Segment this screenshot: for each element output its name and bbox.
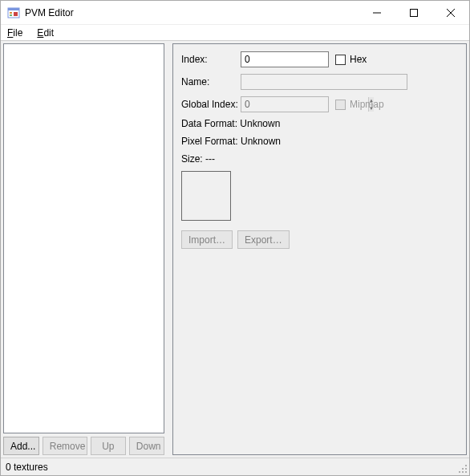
hex-checkbox[interactable] — [335, 55, 346, 65]
label-index: Index: — [181, 54, 241, 65]
row-size: Size: --- — [181, 153, 460, 166]
mipmap-checkbox-wrap: Mipmap — [335, 99, 384, 110]
row-name: Name: — [181, 73, 460, 91]
splitter[interactable] — [167, 43, 170, 455]
window-controls — [359, 1, 469, 24]
value-size: --- — [205, 153, 215, 165]
texture-preview — [181, 171, 231, 221]
menu-edit-rest: dit — [43, 27, 54, 39]
add-button[interactable]: Add... — [3, 437, 39, 455]
svg-point-9 — [465, 465, 467, 466]
menubar: File Edit — [1, 25, 469, 41]
svg-point-14 — [465, 471, 467, 473]
maximize-button[interactable] — [395, 1, 432, 24]
menu-file-rest: ile — [13, 27, 22, 39]
hex-checkbox-wrap[interactable]: Hex — [335, 54, 367, 65]
down-button[interactable]: Down — [129, 437, 164, 455]
list-buttons: Add... Remove Up Down — [3, 433, 164, 455]
label-size: Size: — [181, 153, 205, 165]
value-data-format: Unknown — [240, 118, 280, 129]
hex-label: Hex — [350, 54, 367, 65]
size-grip[interactable] — [456, 462, 468, 474]
row-pixel-format: Pixel Format: Unknown — [181, 136, 460, 148]
svg-rect-4 — [14, 12, 18, 16]
import-button[interactable]: Import… — [181, 230, 233, 249]
label-name: Name: — [181, 76, 241, 87]
label-global-index: Global Index: — [181, 99, 241, 110]
svg-rect-1 — [8, 8, 19, 10]
name-input[interactable] — [241, 74, 407, 90]
right-panel: Index: Hex Name: Global Index: ▲ ▼ — [172, 43, 467, 455]
menu-file[interactable]: File — [7, 27, 22, 39]
svg-rect-6 — [411, 9, 418, 16]
value-pixel-format: Unknown — [241, 136, 281, 147]
index-input[interactable] — [241, 51, 329, 67]
app-window: PVM Editor File Edit Add... — [0, 0, 470, 476]
content-area: Add... Remove Up Down Index: Hex Name: — [1, 41, 469, 458]
texture-listbox[interactable] — [3, 43, 164, 433]
titlebar: PVM Editor — [1, 1, 469, 25]
statusbar: 0 textures — [1, 458, 469, 475]
status-text: 0 textures — [6, 462, 48, 473]
svg-rect-3 — [10, 14, 12, 16]
minimize-button[interactable] — [359, 1, 395, 24]
io-buttons: Import… Export… — [181, 230, 460, 249]
menu-edit[interactable]: Edit — [37, 27, 54, 39]
global-index-spinner[interactable]: ▲ ▼ — [241, 96, 329, 112]
mipmap-checkbox — [335, 100, 346, 110]
window-title: PVM Editor — [25, 7, 74, 18]
svg-rect-2 — [10, 12, 12, 14]
export-button[interactable]: Export… — [237, 230, 290, 249]
row-index: Index: Hex — [181, 51, 460, 68]
svg-point-11 — [465, 468, 467, 470]
svg-point-12 — [459, 471, 460, 473]
close-button[interactable] — [432, 1, 469, 24]
app-icon — [7, 6, 20, 19]
left-panel: Add... Remove Up Down — [3, 43, 164, 455]
svg-point-10 — [462, 468, 464, 470]
label-pixel-format: Pixel Format: — [181, 136, 241, 147]
mipmap-label: Mipmap — [350, 99, 384, 110]
row-global-index: Global Index: ▲ ▼ Mipmap — [181, 96, 460, 113]
up-button[interactable]: Up — [91, 437, 126, 455]
svg-point-13 — [462, 471, 464, 473]
remove-button[interactable]: Remove — [43, 437, 87, 455]
row-data-format: Data Format: Unknown — [181, 118, 460, 131]
label-data-format: Data Format: — [181, 118, 240, 129]
